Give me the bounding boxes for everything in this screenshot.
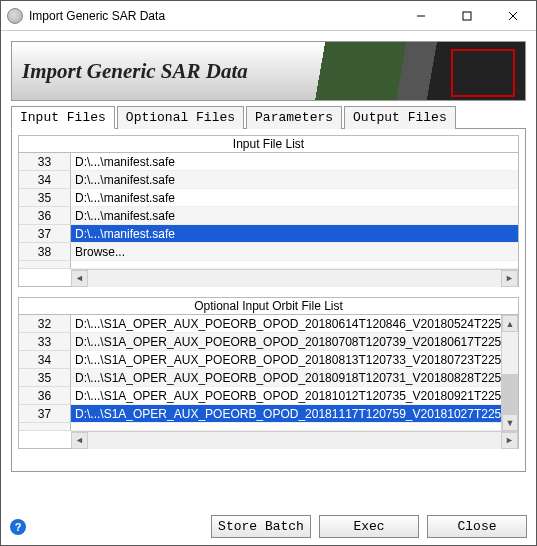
row-path: D:\...\S1A_OPER_AUX_POEORB_OPOD_20180918… [71, 369, 501, 387]
close-button[interactable] [490, 1, 536, 30]
row-path: D:\...\manifest.safe [71, 171, 518, 189]
row-path: D:\...\manifest.safe [71, 225, 518, 243]
row-path: D:\...\manifest.safe [71, 189, 518, 207]
row-path: D:\...\S1A_OPER_AUX_POEORB_OPOD_20181012… [71, 387, 501, 405]
scroll-up-icon[interactable]: ▲ [502, 315, 518, 332]
table-row[interactable]: 35 D:\...\S1A_OPER_AUX_POEORB_OPOD_20180… [19, 369, 501, 387]
orbit-file-list-header: Optional Input Orbit File List [19, 298, 518, 315]
banner-image [295, 41, 525, 101]
orbit-file-list-body: 32 D:\...\S1A_OPER_AUX_POEORB_OPOD_20180… [19, 315, 501, 431]
orbit-file-list-group: Optional Input Orbit File List 32 D:\...… [18, 297, 519, 449]
row-number: 34 [19, 171, 71, 189]
row-number: 36 [19, 207, 71, 225]
tab-panel-input-files: Input File List 33 D:\...\manifest.safe … [11, 128, 526, 472]
row-number: 35 [19, 189, 71, 207]
row-path: D:\...\S1A_OPER_AUX_POEORB_OPOD_20181117… [71, 405, 501, 423]
scroll-track[interactable] [88, 270, 501, 287]
table-row [19, 261, 518, 269]
scroll-left-icon[interactable]: ◄ [71, 432, 88, 449]
row-path: D:\...\S1A_OPER_AUX_POEORB_OPOD_20180813… [71, 351, 501, 369]
row-number: 37 [19, 225, 71, 243]
scroll-thumb[interactable] [502, 374, 518, 414]
tab-bar: Input Files Optional Files Parameters Ou… [11, 105, 526, 128]
table-row[interactable]: 33 D:\...\S1A_OPER_AUX_POEORB_OPOD_20180… [19, 333, 501, 351]
row-number [19, 423, 71, 431]
row-path: D:\...\S1A_OPER_AUX_POEORB_OPOD_20180614… [71, 315, 501, 333]
tab-input-files[interactable]: Input Files [11, 106, 115, 129]
table-row[interactable]: 37 D:\...\manifest.safe [19, 225, 518, 243]
scroll-track[interactable] [88, 432, 501, 449]
row-number: 36 [19, 387, 71, 405]
row-number: 37 [19, 405, 71, 423]
table-row[interactable]: 33 D:\...\manifest.safe [19, 153, 518, 171]
input-file-list-group: Input File List 33 D:\...\manifest.safe … [18, 135, 519, 287]
footer: ? Store Batch Exec Close [0, 507, 537, 546]
row-path: Browse... [71, 243, 518, 261]
table-row-browse[interactable]: 38 Browse... [19, 243, 518, 261]
row-number: 32 [19, 315, 71, 333]
scroll-right-icon[interactable]: ► [501, 270, 518, 287]
tab-optional-files[interactable]: Optional Files [117, 106, 244, 129]
row-path: D:\...\manifest.safe [71, 207, 518, 225]
help-icon[interactable]: ? [10, 519, 26, 535]
row-path: D:\...\manifest.safe [71, 153, 518, 171]
app-icon [7, 8, 23, 24]
store-batch-button[interactable]: Store Batch [211, 515, 311, 538]
window-title: Import Generic SAR Data [29, 9, 398, 23]
titlebar: Import Generic SAR Data [1, 1, 536, 31]
v-scrollbar[interactable]: ▲ ▼ [501, 315, 518, 431]
row-path [71, 423, 501, 431]
table-row[interactable]: 35 D:\...\manifest.safe [19, 189, 518, 207]
row-path [71, 261, 518, 269]
table-row[interactable]: 34 D:\...\manifest.safe [19, 171, 518, 189]
row-number: 33 [19, 333, 71, 351]
minimize-button[interactable] [398, 1, 444, 30]
table-row [19, 423, 501, 431]
table-row[interactable]: 36 D:\...\manifest.safe [19, 207, 518, 225]
row-number: 34 [19, 351, 71, 369]
row-number: 35 [19, 369, 71, 387]
input-file-list-header: Input File List [19, 136, 518, 153]
table-row[interactable]: 37 D:\...\S1A_OPER_AUX_POEORB_OPOD_20181… [19, 405, 501, 423]
svg-rect-1 [463, 12, 471, 20]
h-scrollbar[interactable]: ◄ ► [71, 269, 518, 286]
exec-button[interactable]: Exec [319, 515, 419, 538]
scroll-left-icon[interactable]: ◄ [71, 270, 88, 287]
row-number [19, 261, 71, 269]
banner-title: Import Generic SAR Data [12, 59, 295, 84]
table-row[interactable]: 36 D:\...\S1A_OPER_AUX_POEORB_OPOD_20181… [19, 387, 501, 405]
row-number: 38 [19, 243, 71, 261]
tab-output-files[interactable]: Output Files [344, 106, 456, 129]
maximize-button[interactable] [444, 1, 490, 30]
close-dialog-button[interactable]: Close [427, 515, 527, 538]
table-row[interactable]: 32 D:\...\S1A_OPER_AUX_POEORB_OPOD_20180… [19, 315, 501, 333]
tab-parameters[interactable]: Parameters [246, 106, 342, 129]
scroll-right-icon[interactable]: ► [501, 432, 518, 449]
h-scrollbar[interactable]: ◄ ► [71, 431, 518, 448]
input-file-list-body: 33 D:\...\manifest.safe 34 D:\...\manife… [19, 153, 518, 269]
row-number: 33 [19, 153, 71, 171]
banner: Import Generic SAR Data [11, 41, 526, 101]
row-path: D:\...\S1A_OPER_AUX_POEORB_OPOD_20180708… [71, 333, 501, 351]
table-row[interactable]: 34 D:\...\S1A_OPER_AUX_POEORB_OPOD_20180… [19, 351, 501, 369]
scroll-down-icon[interactable]: ▼ [502, 414, 518, 431]
